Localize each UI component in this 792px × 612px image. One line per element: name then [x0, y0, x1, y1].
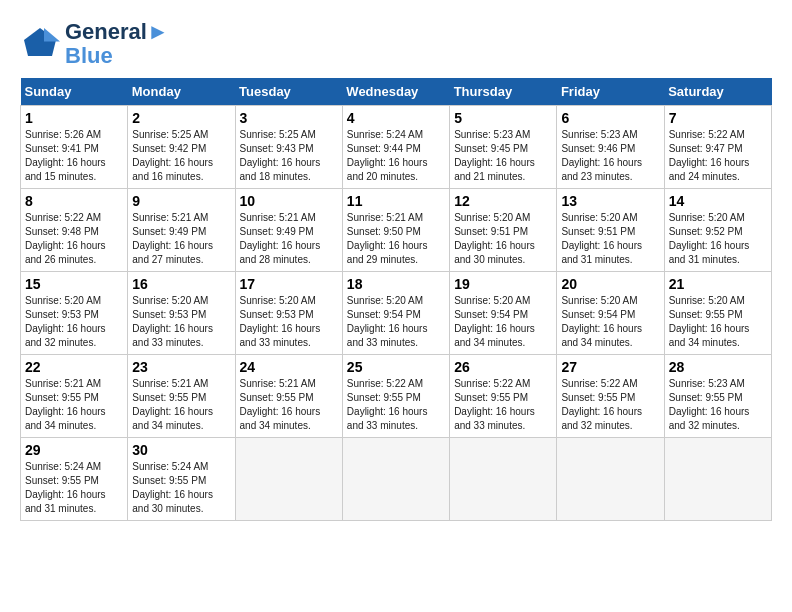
header-friday: Friday — [557, 78, 664, 106]
header-wednesday: Wednesday — [342, 78, 449, 106]
calendar-day-cell: 25 Sunrise: 5:22 AMSunset: 9:55 PMDaylig… — [342, 355, 449, 438]
day-number: 4 — [347, 110, 445, 126]
day-info: Sunrise: 5:21 AMSunset: 9:50 PMDaylight:… — [347, 212, 428, 265]
day-number: 2 — [132, 110, 230, 126]
header-tuesday: Tuesday — [235, 78, 342, 106]
header-monday: Monday — [128, 78, 235, 106]
day-info: Sunrise: 5:22 AMSunset: 9:55 PMDaylight:… — [347, 378, 428, 431]
day-info: Sunrise: 5:24 AMSunset: 9:55 PMDaylight:… — [132, 461, 213, 514]
day-number: 18 — [347, 276, 445, 292]
day-number: 20 — [561, 276, 659, 292]
day-info: Sunrise: 5:20 AMSunset: 9:54 PMDaylight:… — [561, 295, 642, 348]
day-info: Sunrise: 5:23 AMSunset: 9:55 PMDaylight:… — [669, 378, 750, 431]
calendar-week-row: 8 Sunrise: 5:22 AMSunset: 9:48 PMDayligh… — [21, 189, 772, 272]
day-number: 10 — [240, 193, 338, 209]
calendar-day-cell: 21 Sunrise: 5:20 AMSunset: 9:55 PMDaylig… — [664, 272, 771, 355]
day-info: Sunrise: 5:23 AMSunset: 9:45 PMDaylight:… — [454, 129, 535, 182]
calendar-day-cell: 14 Sunrise: 5:20 AMSunset: 9:52 PMDaylig… — [664, 189, 771, 272]
day-info: Sunrise: 5:22 AMSunset: 9:48 PMDaylight:… — [25, 212, 106, 265]
calendar-day-cell: 24 Sunrise: 5:21 AMSunset: 9:55 PMDaylig… — [235, 355, 342, 438]
day-number: 19 — [454, 276, 552, 292]
day-number: 25 — [347, 359, 445, 375]
header-thursday: Thursday — [450, 78, 557, 106]
calendar-day-cell: 1 Sunrise: 5:26 AMSunset: 9:41 PMDayligh… — [21, 106, 128, 189]
day-number: 15 — [25, 276, 123, 292]
day-number: 11 — [347, 193, 445, 209]
day-info: Sunrise: 5:22 AMSunset: 9:55 PMDaylight:… — [454, 378, 535, 431]
day-number: 13 — [561, 193, 659, 209]
calendar-day-cell: 29 Sunrise: 5:24 AMSunset: 9:55 PMDaylig… — [21, 438, 128, 521]
day-info: Sunrise: 5:25 AMSunset: 9:42 PMDaylight:… — [132, 129, 213, 182]
day-info: Sunrise: 5:20 AMSunset: 9:52 PMDaylight:… — [669, 212, 750, 265]
day-info: Sunrise: 5:24 AMSunset: 9:55 PMDaylight:… — [25, 461, 106, 514]
logo-icon — [20, 24, 60, 64]
calendar-day-cell: 15 Sunrise: 5:20 AMSunset: 9:53 PMDaylig… — [21, 272, 128, 355]
calendar-day-cell: 22 Sunrise: 5:21 AMSunset: 9:55 PMDaylig… — [21, 355, 128, 438]
day-info: Sunrise: 5:20 AMSunset: 9:55 PMDaylight:… — [669, 295, 750, 348]
day-info: Sunrise: 5:20 AMSunset: 9:51 PMDaylight:… — [561, 212, 642, 265]
svg-marker-0 — [24, 28, 56, 56]
day-info: Sunrise: 5:23 AMSunset: 9:46 PMDaylight:… — [561, 129, 642, 182]
calendar-week-row: 29 Sunrise: 5:24 AMSunset: 9:55 PMDaylig… — [21, 438, 772, 521]
day-number: 3 — [240, 110, 338, 126]
day-number: 14 — [669, 193, 767, 209]
day-number: 5 — [454, 110, 552, 126]
weekday-header-row: Sunday Monday Tuesday Wednesday Thursday… — [21, 78, 772, 106]
day-info: Sunrise: 5:20 AMSunset: 9:51 PMDaylight:… — [454, 212, 535, 265]
calendar-day-cell: 13 Sunrise: 5:20 AMSunset: 9:51 PMDaylig… — [557, 189, 664, 272]
calendar-table: Sunday Monday Tuesday Wednesday Thursday… — [20, 78, 772, 521]
day-info: Sunrise: 5:21 AMSunset: 9:55 PMDaylight:… — [25, 378, 106, 431]
logo-text: General► Blue — [65, 20, 169, 68]
calendar-week-row: 22 Sunrise: 5:21 AMSunset: 9:55 PMDaylig… — [21, 355, 772, 438]
svg-marker-1 — [44, 28, 60, 42]
calendar-day-cell: 6 Sunrise: 5:23 AMSunset: 9:46 PMDayligh… — [557, 106, 664, 189]
calendar-day-cell: 19 Sunrise: 5:20 AMSunset: 9:54 PMDaylig… — [450, 272, 557, 355]
header-saturday: Saturday — [664, 78, 771, 106]
calendar-day-cell: 20 Sunrise: 5:20 AMSunset: 9:54 PMDaylig… — [557, 272, 664, 355]
calendar-day-cell — [235, 438, 342, 521]
day-number: 27 — [561, 359, 659, 375]
day-info: Sunrise: 5:25 AMSunset: 9:43 PMDaylight:… — [240, 129, 321, 182]
day-info: Sunrise: 5:21 AMSunset: 9:55 PMDaylight:… — [132, 378, 213, 431]
calendar-day-cell: 26 Sunrise: 5:22 AMSunset: 9:55 PMDaylig… — [450, 355, 557, 438]
calendar-day-cell: 11 Sunrise: 5:21 AMSunset: 9:50 PMDaylig… — [342, 189, 449, 272]
calendar-day-cell: 27 Sunrise: 5:22 AMSunset: 9:55 PMDaylig… — [557, 355, 664, 438]
day-number: 16 — [132, 276, 230, 292]
day-number: 26 — [454, 359, 552, 375]
calendar-day-cell: 3 Sunrise: 5:25 AMSunset: 9:43 PMDayligh… — [235, 106, 342, 189]
day-number: 1 — [25, 110, 123, 126]
day-number: 21 — [669, 276, 767, 292]
day-number: 22 — [25, 359, 123, 375]
day-info: Sunrise: 5:21 AMSunset: 9:55 PMDaylight:… — [240, 378, 321, 431]
day-info: Sunrise: 5:24 AMSunset: 9:44 PMDaylight:… — [347, 129, 428, 182]
day-number: 29 — [25, 442, 123, 458]
calendar-day-cell: 5 Sunrise: 5:23 AMSunset: 9:45 PMDayligh… — [450, 106, 557, 189]
calendar-day-cell: 8 Sunrise: 5:22 AMSunset: 9:48 PMDayligh… — [21, 189, 128, 272]
day-number: 30 — [132, 442, 230, 458]
day-number: 28 — [669, 359, 767, 375]
day-info: Sunrise: 5:20 AMSunset: 9:53 PMDaylight:… — [25, 295, 106, 348]
calendar-week-row: 15 Sunrise: 5:20 AMSunset: 9:53 PMDaylig… — [21, 272, 772, 355]
calendar-day-cell — [450, 438, 557, 521]
day-info: Sunrise: 5:20 AMSunset: 9:54 PMDaylight:… — [347, 295, 428, 348]
page-header: General► Blue — [20, 20, 772, 68]
day-info: Sunrise: 5:20 AMSunset: 9:54 PMDaylight:… — [454, 295, 535, 348]
calendar-day-cell: 12 Sunrise: 5:20 AMSunset: 9:51 PMDaylig… — [450, 189, 557, 272]
day-info: Sunrise: 5:20 AMSunset: 9:53 PMDaylight:… — [240, 295, 321, 348]
day-number: 7 — [669, 110, 767, 126]
calendar-week-row: 1 Sunrise: 5:26 AMSunset: 9:41 PMDayligh… — [21, 106, 772, 189]
calendar-day-cell: 10 Sunrise: 5:21 AMSunset: 9:49 PMDaylig… — [235, 189, 342, 272]
day-number: 6 — [561, 110, 659, 126]
calendar-day-cell: 4 Sunrise: 5:24 AMSunset: 9:44 PMDayligh… — [342, 106, 449, 189]
calendar-day-cell: 18 Sunrise: 5:20 AMSunset: 9:54 PMDaylig… — [342, 272, 449, 355]
day-info: Sunrise: 5:21 AMSunset: 9:49 PMDaylight:… — [132, 212, 213, 265]
calendar-day-cell: 2 Sunrise: 5:25 AMSunset: 9:42 PMDayligh… — [128, 106, 235, 189]
calendar-day-cell — [557, 438, 664, 521]
day-info: Sunrise: 5:22 AMSunset: 9:47 PMDaylight:… — [669, 129, 750, 182]
calendar-day-cell — [342, 438, 449, 521]
logo: General► Blue — [20, 20, 169, 68]
calendar-day-cell: 16 Sunrise: 5:20 AMSunset: 9:53 PMDaylig… — [128, 272, 235, 355]
header-sunday: Sunday — [21, 78, 128, 106]
day-number: 23 — [132, 359, 230, 375]
calendar-day-cell: 17 Sunrise: 5:20 AMSunset: 9:53 PMDaylig… — [235, 272, 342, 355]
